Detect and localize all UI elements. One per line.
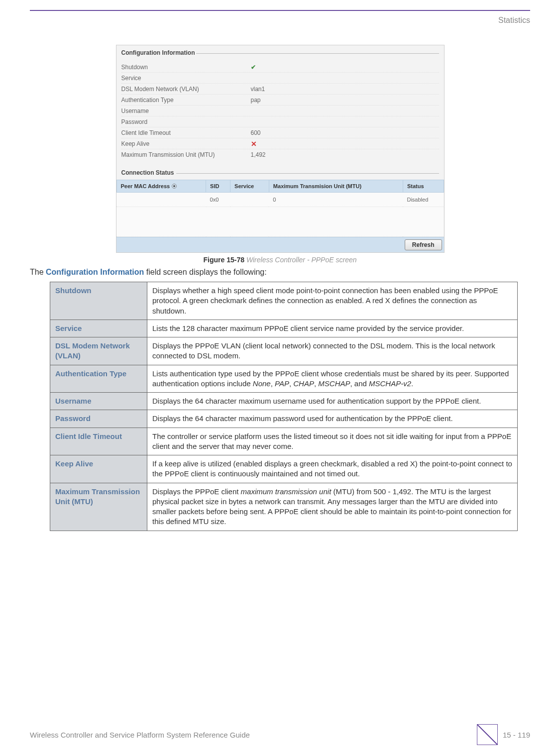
term-cell: Keep Alive — [50, 455, 147, 483]
cfg-value: pap — [251, 97, 439, 104]
config-info-grid: Shutdown ✔ Service DSL Modem Network (VL… — [116, 60, 444, 165]
slash-decoration-icon — [477, 724, 498, 745]
header-rule — [30, 10, 530, 11]
table-row: ServiceLists the 128 character maximum P… — [50, 320, 518, 337]
cfg-row-shutdown: Shutdown ✔ — [121, 62, 439, 73]
table-row: UsernameDisplays the 64 character maximu… — [50, 393, 518, 410]
x-icon: ✕ — [251, 140, 257, 148]
check-icon: ✔ — [251, 64, 256, 71]
cfg-row-timeout: Client Idle Timeout 600 — [121, 127, 439, 138]
cfg-value: vlan1 — [251, 86, 439, 93]
refresh-button[interactable]: Refresh — [405, 239, 442, 250]
cfg-row-mtu: Maximum Transmission Unit (MTU) 1,492 — [121, 149, 439, 160]
config-info-title: Configuration Information — [116, 45, 444, 57]
cfg-label: DSL Modem Network (VLAN) — [121, 86, 251, 93]
cfg-row-service: Service — [121, 73, 439, 84]
column-header-peer[interactable]: Peer MAC Address — [116, 180, 206, 193]
cell-peer — [116, 193, 206, 207]
column-header-service[interactable]: Service — [230, 180, 269, 193]
refresh-bar: Refresh — [116, 237, 444, 252]
desc-cell: Displays the PPPoE client maximum transm… — [147, 483, 518, 531]
desc-cell: Lists authentication type used by the PP… — [147, 365, 518, 393]
connection-table: Peer MAC Address SID Service Maximum Tra… — [116, 180, 444, 237]
term-cell: Maximum Transmission Unit (MTU) — [50, 483, 147, 531]
table-row: Keep AliveIf a keep alive is utilized (e… — [50, 455, 518, 483]
table-spacer — [116, 207, 444, 237]
cfg-row-vlan: DSL Modem Network (VLAN) vlan1 — [121, 84, 439, 95]
figure-caption: Figure 15-78 Wireless Controller - PPPoE… — [30, 256, 530, 264]
footer-page-group: 15 - 119 — [477, 724, 530, 745]
term-cell: Service — [50, 320, 147, 337]
cfg-label: Password — [121, 118, 251, 125]
cfg-label: Service — [121, 75, 251, 82]
header-section-label: Statistics — [498, 16, 530, 25]
cfg-label: Client Idle Timeout — [121, 129, 251, 136]
col-label: Peer MAC Address — [121, 183, 170, 189]
desc-cell: Lists the 128 character maximum PPPoE cl… — [147, 320, 518, 337]
desc-cell: The controller or service platform uses … — [147, 428, 518, 455]
cfg-row-keepalive: Keep Alive ✕ — [121, 138, 439, 149]
divider — [196, 53, 439, 54]
table-row[interactable]: 0x0 0 Disabled — [116, 193, 444, 207]
desc-cell: Displays the PPPoE VLAN (client local ne… — [147, 337, 518, 365]
cfg-row-username: Username — [121, 106, 439, 116]
page-content: Configuration Information Shutdown ✔ Ser… — [30, 45, 530, 531]
term-cell: Shutdown — [50, 282, 147, 320]
cfg-label: Keep Alive — [121, 140, 251, 147]
cfg-label: Authentication Type — [121, 97, 251, 104]
figure-number: Figure 15-78 — [204, 256, 244, 264]
term-cell: Password — [50, 410, 147, 428]
cfg-label: Username — [121, 108, 251, 114]
term-cell: Client Idle Timeout — [50, 428, 147, 455]
cfg-value: 600 — [251, 129, 439, 136]
table-row: Client Idle TimeoutThe controller or ser… — [50, 428, 518, 455]
intro-prefix: The — [30, 268, 46, 276]
cfg-row-password: Password — [121, 116, 439, 127]
term-cell: Authentication Type — [50, 365, 147, 393]
pppoe-screenshot: Configuration Information Shutdown ✔ Ser… — [116, 45, 445, 253]
intro-line: The Configuration Information field scre… — [30, 268, 530, 277]
cell-service — [230, 193, 269, 207]
footer: Wireless Controller and Service Platform… — [30, 724, 530, 745]
intro-suffix: field screen displays the following: — [144, 268, 266, 276]
divider — [176, 173, 439, 174]
footer-page-number: 15 - 119 — [503, 731, 530, 739]
connection-status-title: Connection Status — [116, 165, 444, 177]
table-row: PasswordDisplays the 64 character maximu… — [50, 410, 518, 428]
cell-mtu: 0 — [269, 193, 403, 207]
cfg-label: Shutdown — [121, 64, 251, 71]
column-header-status[interactable]: Status — [403, 180, 444, 193]
sort-indicator-icon — [172, 184, 177, 189]
cfg-value: 1,492 — [251, 151, 439, 158]
table-row: ShutdownDisplays whether a high speed cl… — [50, 282, 518, 320]
cell-status: Disabled — [403, 193, 444, 207]
desc-cell: Displays the 64 character maximum userna… — [147, 393, 518, 410]
table-row: Authentication TypeLists authentication … — [50, 365, 518, 393]
desc-cell: If a keep alive is utilized (enabled dis… — [147, 455, 518, 483]
column-header-mtu[interactable]: Maximum Transmision Unit (MTU) — [269, 180, 403, 193]
term-cell: DSL Modem Network (VLAN) — [50, 337, 147, 365]
description-table: ShutdownDisplays whether a high speed cl… — [50, 282, 518, 531]
cell-sid: 0x0 — [206, 193, 230, 207]
term-cell: Username — [50, 393, 147, 410]
footer-title: Wireless Controller and Service Platform… — [30, 731, 250, 739]
desc-cell: Displays the 64 character maximum passwo… — [147, 410, 518, 428]
cfg-label: Maximum Transmission Unit (MTU) — [121, 151, 251, 158]
intro-highlight: Configuration Information — [46, 268, 144, 276]
desc-cell: Displays whether a high speed client mod… — [147, 282, 518, 320]
figure-text: Wireless Controller - PPPoE screen — [246, 256, 357, 264]
column-header-sid[interactable]: SID — [206, 180, 230, 193]
table-row: DSL Modem Network (VLAN)Displays the PPP… — [50, 337, 518, 365]
cfg-row-auth: Authentication Type pap — [121, 95, 439, 106]
table-row: Maximum Transmission Unit (MTU)Displays … — [50, 483, 518, 531]
